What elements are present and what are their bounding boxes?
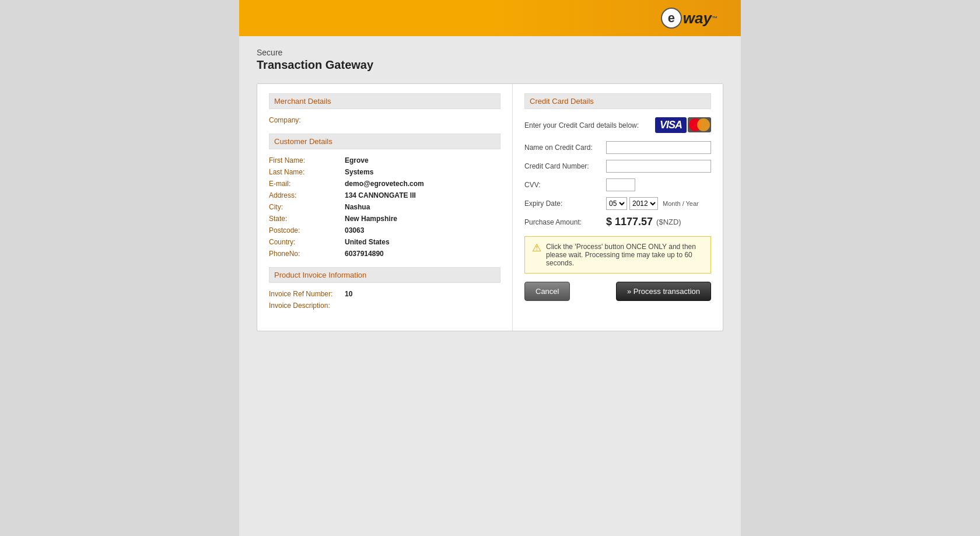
right-panel: Credit Card Details Enter your Credit Ca… xyxy=(513,84,723,331)
cvv-input[interactable] xyxy=(606,178,635,191)
address-row: Address: 134 CANNONGATE III xyxy=(269,191,501,199)
header: e way ™ xyxy=(239,0,741,36)
merchant-section-header: Merchant Details xyxy=(269,93,501,109)
cc-name-input[interactable] xyxy=(606,141,711,154)
form-container: Merchant Details Company: Customer Detai… xyxy=(257,83,723,331)
page-title-secure: Secure xyxy=(257,48,723,57)
city-row: City: Nashua xyxy=(269,203,501,211)
mc-circle-right xyxy=(697,118,710,131)
logo-e-circle: e xyxy=(661,8,682,29)
cc-name-label: Name on Credit Card: xyxy=(524,143,606,152)
cvv-label: CVV: xyxy=(524,181,606,189)
email-label: E-mail: xyxy=(269,180,345,188)
visa-logo: VISA xyxy=(655,117,687,133)
card-logos: VISA xyxy=(655,117,711,133)
page-wrapper: Secure Transaction Gateway Merchant Deta… xyxy=(239,36,741,536)
purchase-amount: $ 1177.57 xyxy=(606,216,653,228)
invoice-ref-row: Invoice Ref Number: 10 xyxy=(269,290,501,298)
logo-way-text: way xyxy=(683,9,712,27)
postcode-value: 03063 xyxy=(345,226,364,234)
expiry-year-select[interactable]: 2010201120122013201420152016201720182019… xyxy=(629,197,658,210)
eway-logo: e way ™ xyxy=(661,8,718,29)
phone-value: 6037914890 xyxy=(345,250,384,258)
country-row: Country: United States xyxy=(269,238,501,246)
first-name-value: Egrove xyxy=(345,156,369,164)
purchase-label: Purchase Amount: xyxy=(524,218,606,226)
warning-text: Click the 'Process' button ONCE ONLY and… xyxy=(546,243,704,267)
postcode-row: Postcode: 03063 xyxy=(269,226,501,234)
last-name-label: Last Name: xyxy=(269,168,345,176)
cvv-row: CVV: ? xyxy=(524,178,711,191)
expiry-label: Expiry Date: xyxy=(524,199,606,208)
invoice-ref-value: 10 xyxy=(345,290,352,298)
address-label: Address: xyxy=(269,191,345,199)
email-row: E-mail: demo@egrovetech.com xyxy=(269,180,501,188)
cancel-button[interactable]: Cancel xyxy=(524,282,570,301)
phone-row: PhoneNo: 6037914890 xyxy=(269,250,501,258)
country-value: United States xyxy=(345,238,390,246)
purchase-currency: ($NZD) xyxy=(656,218,681,226)
cvv-label-group: CVV: ? xyxy=(524,181,606,189)
company-row: Company: xyxy=(269,116,501,124)
warning-icon: ⚠ xyxy=(532,241,541,254)
postcode-label: Postcode: xyxy=(269,226,345,234)
invoice-ref-label: Invoice Ref Number: xyxy=(269,290,345,298)
page-title-main: Transaction Gateway xyxy=(257,58,723,72)
cc-number-row: Credit Card Number: xyxy=(524,160,711,173)
mastercard-logo xyxy=(688,117,711,132)
customer-section-header: Customer Details xyxy=(269,134,501,149)
first-name-row: First Name: Egrove xyxy=(269,156,501,164)
process-transaction-button[interactable]: » Process transaction xyxy=(616,282,711,301)
invoice-desc-label: Invoice Description: xyxy=(269,302,345,310)
logo-tm: ™ xyxy=(712,15,718,22)
city-value: Nashua xyxy=(345,203,370,211)
email-value: demo@egrovetech.com xyxy=(345,180,424,188)
cc-number-label: Credit Card Number: xyxy=(524,162,606,170)
state-value: New Hampshire xyxy=(345,215,397,223)
state-label: State: xyxy=(269,215,345,223)
invoice-desc-row: Invoice Description: xyxy=(269,302,501,310)
left-panel: Merchant Details Company: Customer Detai… xyxy=(257,84,513,331)
address-value: 134 CANNONGATE III xyxy=(345,191,416,199)
cc-number-input[interactable] xyxy=(606,160,711,173)
last-name-value: Systems xyxy=(345,168,373,176)
cc-name-row: Name on Credit Card: xyxy=(524,141,711,154)
product-section-header: Product Invoice Information xyxy=(269,267,501,283)
warning-box: ⚠ Click the 'Process' button ONCE ONLY a… xyxy=(524,236,711,274)
phone-label: PhoneNo: xyxy=(269,250,345,258)
cc-section-header: Credit Card Details xyxy=(524,93,711,109)
company-label: Company: xyxy=(269,116,345,124)
purchase-row: Purchase Amount: $ 1177.57 ($NZD) xyxy=(524,216,711,228)
city-label: City: xyxy=(269,203,345,211)
enter-details-text: Enter your Credit Card details below: xyxy=(524,121,639,129)
last-name-row: Last Name: Systems xyxy=(269,168,501,176)
expiry-row: Expiry Date: 010203040506070809101112 20… xyxy=(524,197,711,210)
state-row: State: New Hampshire xyxy=(269,215,501,223)
buttons-row: Cancel » Process transaction xyxy=(524,282,711,301)
expiry-selects: 010203040506070809101112 201020112012201… xyxy=(606,197,699,210)
logo-e-letter: e xyxy=(668,10,675,26)
first-name-label: First Name: xyxy=(269,156,345,164)
card-logos-row: Enter your Credit Card details below: VI… xyxy=(524,117,711,133)
country-label: Country: xyxy=(269,238,345,246)
expiry-month-select[interactable]: 010203040506070809101112 xyxy=(606,197,627,210)
month-year-label: Month / Year xyxy=(663,200,699,207)
